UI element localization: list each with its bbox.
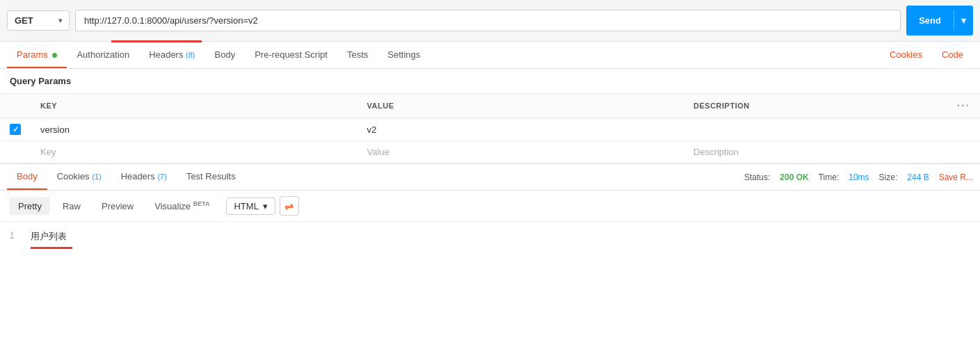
tab-settings[interactable]: Settings (378, 42, 430, 68)
tab-body[interactable]: Body (205, 42, 246, 68)
section-title: Query Params (10, 76, 71, 86)
wrap-button[interactable]: ⇌ (280, 196, 299, 216)
tab-headers-label: Headers (149, 49, 186, 60)
col-desc-header: DESCRIPTION (684, 94, 947, 118)
size-value: 244 B (907, 172, 929, 182)
format-preview-label: Preview (102, 201, 134, 211)
tab-response-body-label: Body (17, 171, 38, 182)
params-table: KEY VALUE DESCRIPTION ··· ✓ version v2 K… (0, 93, 980, 163)
tab-code-right-label: Code (942, 49, 963, 60)
time-label: Time: (819, 172, 840, 182)
query-params-header: Query Params (0, 69, 980, 93)
tab-test-results[interactable]: Test Results (177, 164, 246, 190)
send-label: Send (906, 10, 954, 31)
response-tabs-row: Body Cookies (1) Headers (7) Test Result… (0, 163, 980, 191)
tab-response-headers-label: Headers (121, 171, 158, 182)
url-input[interactable] (75, 10, 901, 31)
response-headers-badge: (7) (157, 172, 166, 181)
tab-response-cookies-label: Cookies (57, 171, 93, 182)
tab-body-label: Body (215, 49, 236, 60)
format-type-select[interactable]: HTML ▾ (226, 198, 275, 215)
format-bar: Pretty Raw Preview Visualize BETA HTML ▾… (0, 191, 980, 222)
response-cookies-badge: (1) (92, 172, 101, 181)
placeholder-desc-cell[interactable]: Description (684, 141, 947, 163)
method-chevron-icon: ▾ (58, 17, 62, 24)
col-checkbox-header (0, 94, 31, 118)
row-desc-cell[interactable] (684, 118, 947, 141)
tab-authorization-label: Authorization (77, 49, 129, 60)
tab-headers[interactable]: Headers (8) (139, 42, 204, 68)
more-options-icon[interactable]: ··· (957, 99, 970, 111)
col-actions-header: ··· (947, 94, 980, 118)
check-icon: ✓ (13, 125, 19, 134)
format-tab-pretty[interactable]: Pretty (10, 198, 50, 215)
row-checkbox-cell[interactable]: ✓ (0, 118, 31, 141)
code-line-1: 1 用户列表 (0, 229, 980, 244)
code-area: 1 用户列表 (0, 222, 980, 256)
tab-response-headers[interactable]: Headers (7) (111, 164, 177, 190)
placeholder-actions-cell (947, 141, 980, 163)
format-type-label: HTML (234, 201, 258, 211)
code-error-underline (31, 247, 72, 249)
response-status-bar: Status: 200 OK Time: 10ms Size: 244 B Sa… (744, 167, 973, 188)
send-dropdown-arrow[interactable]: ▾ (954, 10, 973, 31)
tab-cookies-right-label: Cookies (890, 49, 922, 60)
format-visualize-label: Visualize (154, 201, 193, 211)
method-select[interactable]: GET ▾ (7, 10, 70, 31)
tab-prerequest-label: Pre-request Script (255, 49, 328, 60)
time-value: 10ms (849, 172, 869, 182)
tab-response-cookies[interactable]: Cookies (1) (47, 164, 111, 190)
request-tabs-row: Params Authorization Headers (8) Body Pr… (0, 42, 980, 69)
row-actions-cell (947, 118, 980, 141)
tab-params-label: Params (17, 49, 48, 60)
format-tab-raw[interactable]: Raw (54, 198, 89, 215)
headers-badge: (8) (186, 51, 195, 59)
col-key-header: KEY (31, 94, 358, 118)
row-value-cell[interactable]: v2 (358, 118, 684, 141)
tab-params[interactable]: Params (7, 42, 67, 68)
tab-authorization[interactable]: Authorization (67, 42, 139, 68)
format-raw-label: Raw (63, 201, 81, 211)
placeholder-value-cell[interactable]: Value (358, 141, 684, 163)
placeholder-key-cell[interactable]: Key (31, 141, 358, 163)
status-label: Status: (744, 172, 770, 182)
top-bar: GET ▾ Send ▾ (0, 0, 980, 42)
format-tab-preview[interactable]: Preview (93, 198, 142, 215)
status-value: 200 OK (780, 172, 808, 182)
tab-test-results-label: Test Results (186, 171, 236, 182)
method-label: GET (15, 15, 33, 26)
placeholder-checkbox-cell (0, 141, 31, 163)
code-content-1: 用户列表 (31, 230, 67, 243)
right-tabs: Cookies Code (880, 42, 973, 68)
save-response-link[interactable]: Save R... (939, 172, 973, 182)
table-row-placeholder: Key Value Description (0, 141, 980, 163)
tab-response-body[interactable]: Body (7, 164, 47, 190)
send-button[interactable]: Send ▾ (906, 6, 973, 35)
tab-prerequest[interactable]: Pre-request Script (245, 42, 337, 68)
wrap-icon: ⇌ (284, 200, 294, 213)
tab-settings-label: Settings (387, 49, 420, 60)
size-label: Size: (879, 172, 898, 182)
tab-cookies-right[interactable]: Cookies (880, 42, 932, 68)
tab-tests[interactable]: Tests (337, 42, 378, 68)
beta-badge: BETA (193, 200, 210, 207)
col-value-header: VALUE (358, 94, 684, 118)
line-number-1: 1 (10, 230, 31, 241)
tab-tests-label: Tests (347, 49, 368, 60)
table-row: ✓ version v2 (0, 118, 980, 141)
row-checkbox[interactable]: ✓ (10, 124, 21, 135)
params-active-dot (52, 53, 57, 58)
format-tab-visualize[interactable]: Visualize BETA (146, 197, 218, 215)
format-pretty-label: Pretty (18, 201, 42, 211)
row-key-cell[interactable]: version (31, 118, 358, 141)
tab-code-right[interactable]: Code (932, 42, 973, 68)
format-type-chevron-icon: ▾ (263, 201, 268, 211)
